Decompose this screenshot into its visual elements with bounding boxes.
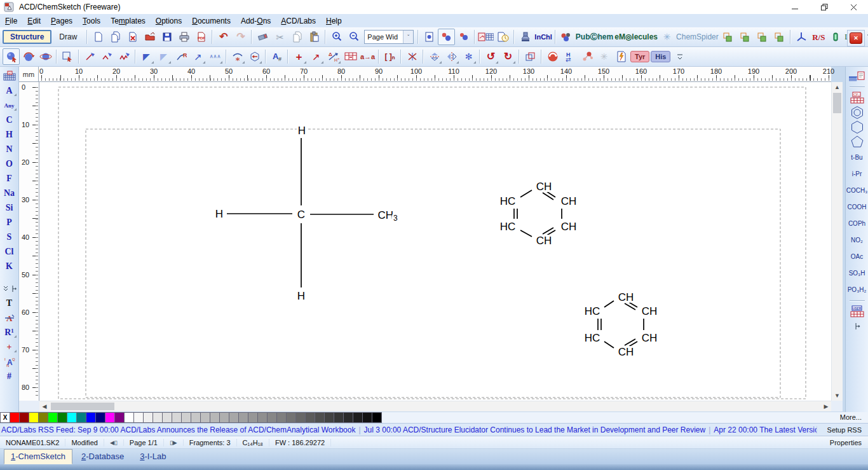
tab-2-database[interactable]: 2-Database xyxy=(74,449,131,464)
atom-na-button[interactable]: Na xyxy=(1,186,18,200)
palette-color-swatch[interactable] xyxy=(324,412,334,423)
atom-cl-button[interactable]: Cl xyxy=(1,244,18,259)
menu-item-documents[interactable]: Documents xyxy=(187,15,236,27)
rotate-3d-flower-button[interactable]: ✻ xyxy=(460,48,477,65)
r-group-button[interactable]: R¹ xyxy=(1,325,18,340)
atom-si-button[interactable]: Si xyxy=(1,200,18,215)
structure-mode-button[interactable]: Structure xyxy=(3,30,51,44)
restore-button[interactable] xyxy=(810,0,839,14)
calculation-document-button[interactable] xyxy=(613,48,630,65)
menu-item-tools[interactable]: Tools xyxy=(78,15,105,27)
mark-no-structure-button[interactable] xyxy=(403,48,421,65)
reaction-conditions-button[interactable]: ΔH⁺ xyxy=(325,48,342,65)
palette-color-swatch[interactable] xyxy=(286,412,296,423)
new-document-button[interactable] xyxy=(90,29,107,45)
zoom-combobox[interactable]: Page Widˇ xyxy=(364,30,414,44)
rss-item[interactable]: Apr 22 00:00 The Latest Versio xyxy=(714,425,817,434)
generate-name-button[interactable] xyxy=(517,29,534,45)
palette-color-swatch[interactable] xyxy=(219,412,229,423)
atom-any-button[interactable]: Any xyxy=(1,98,18,113)
hashed-wedge-button[interactable]: ◤ xyxy=(155,48,172,65)
palette-color-swatch[interactable] xyxy=(257,412,268,423)
atom-p-button[interactable]: P xyxy=(1,215,18,230)
cut-button[interactable]: ✂ xyxy=(271,29,288,45)
menu-item-file[interactable]: File xyxy=(0,15,22,27)
i-pr-template-button[interactable]: i-Pr xyxy=(848,165,866,182)
tautomers-copy-button[interactable] xyxy=(754,29,771,45)
palette-color-swatch[interactable] xyxy=(76,412,86,423)
po3h2-template-button[interactable]: PO₃H₂ xyxy=(848,281,866,298)
palette-color-swatch[interactable] xyxy=(334,412,344,423)
atom-o-button[interactable]: O xyxy=(1,156,18,171)
palette-more-button[interactable]: More... xyxy=(840,413,862,421)
structure-properties-button[interactable] xyxy=(477,29,494,45)
structures-view-button[interactable] xyxy=(438,29,455,45)
palette-color-swatch[interactable] xyxy=(353,412,363,423)
charge-tool-button[interactable]: + xyxy=(290,48,308,65)
chemspider-icon[interactable]: ✳ xyxy=(658,29,675,45)
reaction-table-button[interactable] xyxy=(342,48,359,65)
clean-structure-button[interactable] xyxy=(544,48,561,65)
palette-color-swatch[interactable] xyxy=(238,412,248,423)
palette-color-swatch[interactable] xyxy=(10,412,20,423)
palette-color-swatch[interactable] xyxy=(29,412,39,423)
palette-color-swatch[interactable] xyxy=(133,412,144,423)
atom-numbering-button[interactable]: # xyxy=(1,369,18,384)
rotate-ccw-button[interactable]: ↺ xyxy=(482,48,499,65)
duplicate-structure-button[interactable] xyxy=(522,48,539,65)
arrow-bond-button[interactable]: ↗ xyxy=(189,48,207,65)
palette-color-swatch[interactable] xyxy=(153,412,163,423)
close-button[interactable] xyxy=(839,0,868,14)
emolecules-link[interactable]: eM◎lecules xyxy=(614,29,658,45)
stereo-axes-icon[interactable] xyxy=(793,29,810,45)
benzene-template-button[interactable] xyxy=(848,105,866,120)
draw-chains-button[interactable] xyxy=(98,48,116,65)
charge-button[interactable]: + xyxy=(1,340,18,354)
palette-color-swatch[interactable] xyxy=(19,412,29,423)
tyr-button[interactable]: Tyr xyxy=(630,51,649,62)
zoom-out-button[interactable] xyxy=(345,29,362,45)
molecule-isobutane-fragment[interactable]: HHCCH3H xyxy=(215,125,398,302)
menu-item-edit[interactable]: Edit xyxy=(22,15,46,27)
palette-color-swatch[interactable] xyxy=(295,412,306,423)
wedge-bond-button[interactable]: ◤ xyxy=(138,48,155,65)
draw-normal-button[interactable] xyxy=(81,48,98,65)
zoom-in-button[interactable] xyxy=(328,29,345,45)
palette-color-swatch[interactable] xyxy=(362,412,372,423)
aromatic-bonds-button[interactable] xyxy=(229,48,246,65)
palette-color-swatch[interactable] xyxy=(143,412,153,423)
drawing-canvas[interactable]: HHCCH3HCHCHCHCHHCHCCHCHCHCHHCHC xyxy=(39,82,831,401)
palette-color-swatch[interactable] xyxy=(200,412,210,423)
no2-template-button[interactable]: NO₂ xyxy=(848,232,866,248)
molecule-benzene-1[interactable]: CHCHCHCHHCHC xyxy=(500,181,577,247)
horizontal-scroll-thumb[interactable] xyxy=(51,403,114,410)
tautomers-apply-button[interactable] xyxy=(771,29,788,45)
palette-color-swatch[interactable] xyxy=(372,412,382,423)
scroll-down-button[interactable]: ▼ xyxy=(832,391,843,401)
palette-color-swatch[interactable] xyxy=(315,412,325,423)
palette-color-swatch[interactable] xyxy=(172,412,182,423)
palette-color-swatch[interactable] xyxy=(48,412,58,423)
table-of-radicals-button[interactable]: CF₃ xyxy=(848,90,866,105)
pubchem-link[interactable]: PubⒸhem xyxy=(575,29,614,45)
toolbar2-options-button[interactable] xyxy=(671,48,688,65)
tautomers-generate-button[interactable] xyxy=(736,29,754,45)
palette-color-swatch[interactable] xyxy=(124,412,134,423)
next-page-button[interactable]: ▯▶ xyxy=(164,439,184,446)
3d-structure-button[interactable] xyxy=(558,29,575,45)
search-files-button[interactable] xyxy=(494,29,512,45)
rect-select-button[interactable] xyxy=(59,48,76,65)
cyclohexane-template-button[interactable] xyxy=(848,120,866,134)
tab-3-i-lab[interactable]: 3-I-Lab xyxy=(133,449,173,464)
edit-atom-label-button[interactable]: A xyxy=(1,310,18,325)
atom-c-button[interactable]: C xyxy=(1,113,18,127)
oac-template-button[interactable]: OAc xyxy=(848,248,866,265)
menu-item-help[interactable]: Help xyxy=(321,15,347,27)
menu-item-templates[interactable]: Templates xyxy=(105,15,151,27)
rss-item[interactable]: Sep 9 00:00 ACD/Labs Announces the Relea… xyxy=(78,425,355,434)
redo-button[interactable]: ↷ xyxy=(232,29,249,45)
palette-color-swatch[interactable] xyxy=(343,412,353,423)
delete-page-button[interactable] xyxy=(124,29,141,45)
palette-color-swatch[interactable] xyxy=(229,412,239,423)
atoms-view-button[interactable] xyxy=(455,29,472,45)
